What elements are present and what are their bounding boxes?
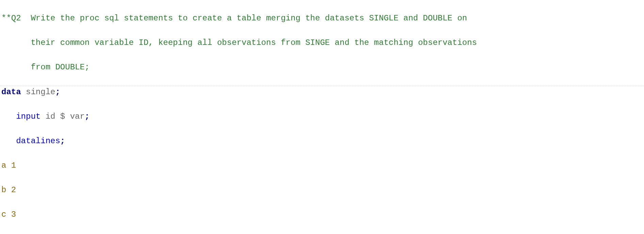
comment-text: from DOUBLE; (1, 63, 90, 72)
data-value: b 2 (1, 185, 16, 195)
data-statement-single: data single; (0, 86, 644, 98)
data-value: a 1 (1, 161, 16, 170)
data-keyword: data (1, 87, 21, 97)
input-keyword: input (16, 112, 41, 121)
comment-text: their common variable ID, keeping all ob… (1, 38, 477, 47)
data-row: c 3 (0, 208, 644, 221)
comment-text: **Q2 Write the proc sql statements to cr… (1, 14, 467, 23)
data-value: c 3 (1, 210, 16, 219)
datalines-statement: datalines; (0, 135, 644, 147)
semicolon: ; (60, 136, 65, 146)
sas-code-block: **Q2 Write the proc sql statements to cr… (0, 0, 644, 234)
comment-line-2: their common variable ID, keeping all ob… (0, 37, 644, 49)
input-statement: input id $ var; (0, 111, 644, 123)
semicolon: ; (85, 112, 90, 121)
semicolon: ; (55, 87, 60, 97)
datalines-keyword: datalines (16, 136, 60, 146)
comment-line-1: **Q2 Write the proc sql statements to cr… (0, 12, 644, 24)
data-row: a 1 (0, 160, 644, 172)
input-variables: id $ var (46, 112, 85, 121)
dataset-name: single (26, 87, 55, 97)
comment-line-3: from DOUBLE; (0, 61, 644, 73)
data-row: b 2 (0, 184, 644, 196)
